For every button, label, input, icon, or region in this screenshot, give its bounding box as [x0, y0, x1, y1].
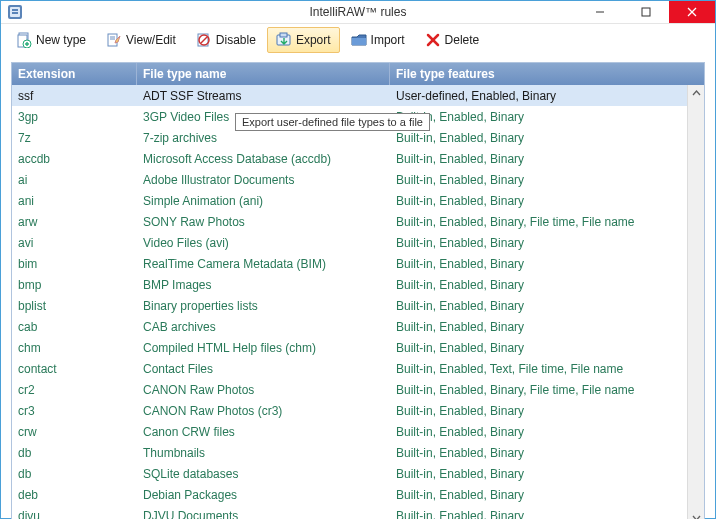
cell-file-type-name: ADT SSF Streams — [137, 89, 390, 103]
column-file-type-name[interactable]: File type name — [137, 63, 390, 85]
svg-rect-5 — [642, 8, 650, 16]
table-row[interactable]: contactContact FilesBuilt-in, Enabled, T… — [12, 358, 687, 379]
column-file-type-features[interactable]: File type features — [390, 63, 704, 85]
close-window-button[interactable] — [669, 1, 715, 23]
cell-extension: ani — [12, 194, 137, 208]
table-row[interactable]: cr3CANON Raw Photos (cr3)Built-in, Enabl… — [12, 400, 687, 421]
cell-file-type-features: Built-in, Enabled, Binary — [390, 404, 687, 418]
cell-extension: chm — [12, 341, 137, 355]
cell-extension: bmp — [12, 278, 137, 292]
cell-file-type-features: Built-in, Enabled, Binary, File time, Fi… — [390, 383, 687, 397]
column-extension[interactable]: Extension — [12, 63, 137, 85]
cell-file-type-name: Thumbnails — [137, 446, 390, 460]
table-row[interactable]: bmpBMP ImagesBuilt-in, Enabled, Binary — [12, 274, 687, 295]
window-controls — [577, 1, 715, 23]
cell-file-type-name: SONY Raw Photos — [137, 215, 390, 229]
view-edit-button[interactable]: View/Edit — [97, 27, 185, 53]
cell-file-type-features: Built-in, Enabled, Binary — [390, 236, 687, 250]
svg-rect-20 — [280, 33, 287, 37]
cell-extension: avi — [12, 236, 137, 250]
cell-file-type-name: BMP Images — [137, 278, 390, 292]
cell-extension: 3gp — [12, 110, 137, 124]
cell-file-type-name: CANON Raw Photos (cr3) — [137, 404, 390, 418]
scroll-down-icon[interactable] — [688, 509, 705, 519]
new-type-button[interactable]: New type — [7, 27, 95, 53]
view-edit-icon — [106, 32, 122, 48]
cell-file-type-features: Built-in, Enabled, Binary — [390, 425, 687, 439]
table-row[interactable]: cabCAB archivesBuilt-in, Enabled, Binary — [12, 316, 687, 337]
cell-file-type-name: Binary properties lists — [137, 299, 390, 313]
table-row[interactable]: aviVideo Files (avi)Built-in, Enabled, B… — [12, 232, 687, 253]
table-row[interactable]: crwCanon CRW filesBuilt-in, Enabled, Bin… — [12, 421, 687, 442]
table-row[interactable]: djvuDJVU DocumentsBuilt-in, Enabled, Bin… — [12, 505, 687, 519]
cell-extension: db — [12, 446, 137, 460]
table-row[interactable]: aiAdobe Illustrator DocumentsBuilt-in, E… — [12, 169, 687, 190]
import-button[interactable]: Import — [342, 27, 414, 53]
grid-body[interactable]: ssfADT SSF StreamsUser-defined, Enabled,… — [12, 85, 687, 519]
cell-file-type-name: CANON Raw Photos — [137, 383, 390, 397]
maximize-button[interactable] — [623, 1, 669, 23]
cell-file-type-name: Contact Files — [137, 362, 390, 376]
export-button[interactable]: Export — [267, 27, 340, 53]
cell-file-type-name: Microsoft Access Database (accdb) — [137, 152, 390, 166]
export-icon — [276, 32, 292, 48]
cell-file-type-name: 7-zip archives — [137, 131, 390, 145]
table-row[interactable]: ssfADT SSF StreamsUser-defined, Enabled,… — [12, 85, 687, 106]
cell-file-type-features: Built-in, Enabled, Binary — [390, 194, 687, 208]
table-row[interactable]: aniSimple Animation (ani)Built-in, Enabl… — [12, 190, 687, 211]
cell-extension: 7z — [12, 131, 137, 145]
cell-file-type-name: DJVU Documents — [137, 509, 390, 520]
cell-file-type-name: RealTime Camera Metadata (BIM) — [137, 257, 390, 271]
cell-file-type-name: Compiled HTML Help files (chm) — [137, 341, 390, 355]
disable-label: Disable — [216, 33, 256, 47]
app-icon — [7, 4, 23, 20]
intelliraw-rules-dialog: IntelliRAW™ rules New type View/Edit Dis… — [0, 0, 716, 519]
cell-file-type-name: CAB archives — [137, 320, 390, 334]
scroll-up-icon[interactable] — [688, 85, 705, 102]
table-row[interactable]: dbThumbnailsBuilt-in, Enabled, Binary — [12, 442, 687, 463]
table-row[interactable]: debDebian PackagesBuilt-in, Enabled, Bin… — [12, 484, 687, 505]
disable-button[interactable]: Disable — [187, 27, 265, 53]
cell-file-type-features: Built-in, Enabled, Binary — [390, 320, 687, 334]
table-row[interactable]: cr2CANON Raw PhotosBuilt-in, Enabled, Bi… — [12, 379, 687, 400]
svg-rect-21 — [352, 38, 366, 45]
cell-extension: accdb — [12, 152, 137, 166]
table-row[interactable]: bplistBinary properties listsBuilt-in, E… — [12, 295, 687, 316]
import-label: Import — [371, 33, 405, 47]
cell-file-type-features: Built-in, Enabled, Binary — [390, 299, 687, 313]
cell-file-type-name: Debian Packages — [137, 488, 390, 502]
cell-file-type-name: Canon CRW files — [137, 425, 390, 439]
cell-file-type-name: Adobe Illustrator Documents — [137, 173, 390, 187]
minimize-button[interactable] — [577, 1, 623, 23]
cell-file-type-features: Built-in, Enabled, Binary — [390, 110, 687, 124]
cell-file-type-features: Built-in, Enabled, Binary — [390, 173, 687, 187]
grid-header: Extension File type name File type featu… — [12, 63, 704, 85]
delete-button[interactable]: Delete — [416, 27, 489, 53]
table-row[interactable]: accdbMicrosoft Access Database (accdb)Bu… — [12, 148, 687, 169]
cell-extension: db — [12, 467, 137, 481]
cell-file-type-name: Video Files (avi) — [137, 236, 390, 250]
table-row[interactable]: dbSQLite databasesBuilt-in, Enabled, Bin… — [12, 463, 687, 484]
delete-icon — [425, 32, 441, 48]
cell-file-type-features: User-defined, Enabled, Binary — [390, 89, 687, 103]
table-row[interactable]: arwSONY Raw PhotosBuilt-in, Enabled, Bin… — [12, 211, 687, 232]
delete-label: Delete — [445, 33, 480, 47]
cell-file-type-features: Built-in, Enabled, Binary — [390, 152, 687, 166]
table-row[interactable]: chmCompiled HTML Help files (chm)Built-i… — [12, 337, 687, 358]
cell-extension: ssf — [12, 89, 137, 103]
cell-extension: djvu — [12, 509, 137, 520]
cell-file-type-features: Built-in, Enabled, Text, File time, File… — [390, 362, 687, 376]
cell-extension: bplist — [12, 299, 137, 313]
cell-file-type-features: Built-in, Enabled, Binary — [390, 509, 687, 520]
cell-extension: crw — [12, 425, 137, 439]
titlebar: IntelliRAW™ rules — [1, 1, 715, 23]
cell-file-type-features: Built-in, Enabled, Binary — [390, 488, 687, 502]
cell-extension: deb — [12, 488, 137, 502]
cell-extension: contact — [12, 362, 137, 376]
cell-file-type-features: Built-in, Enabled, Binary — [390, 467, 687, 481]
cell-extension: arw — [12, 215, 137, 229]
table-row[interactable]: bimRealTime Camera Metadata (BIM)Built-i… — [12, 253, 687, 274]
vertical-scrollbar[interactable] — [687, 85, 704, 519]
cell-file-type-features: Built-in, Enabled, Binary — [390, 131, 687, 145]
cell-file-type-name: Simple Animation (ani) — [137, 194, 390, 208]
